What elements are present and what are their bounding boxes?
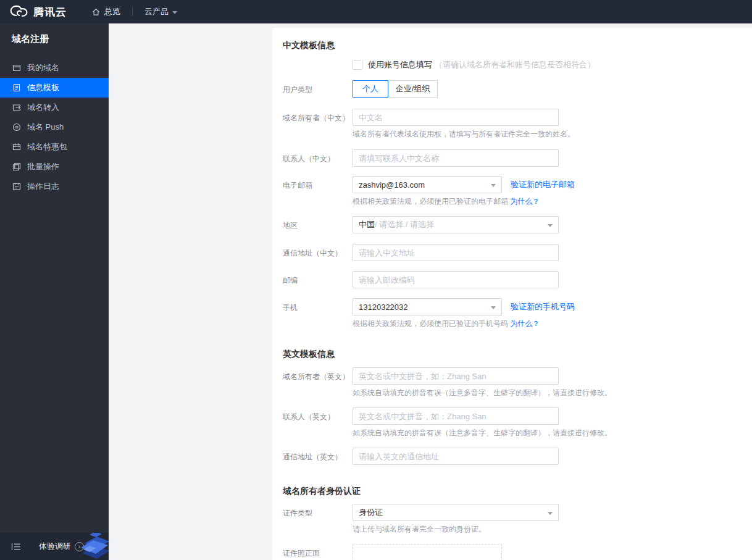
address-cn-label: 通信地址（中文）	[283, 244, 353, 261]
home-icon	[91, 7, 101, 17]
window-icon	[12, 64, 21, 72]
chevron-down-icon	[548, 224, 553, 227]
cert-type-help: 请上传与域名所有者完全一致的身份证。	[353, 525, 740, 533]
log-icon	[12, 182, 21, 191]
email-row: 电子邮箱 zashvip@163.com 验证新的电子邮箱 根据相关政策法规，必…	[283, 176, 740, 206]
verify-new-phone-link[interactable]: 验证新的手机号码	[511, 301, 575, 312]
nav-item-cloud-products[interactable]: 云产品	[144, 6, 177, 17]
region-label: 地区	[283, 216, 353, 233]
owner-cn-row: 域名所有者（中文） 域名所有者代表域名使用权，请填写与所有者证件完全一致的姓名。	[283, 109, 740, 138]
top-navbar: 腾讯云 总览 云产品	[0, 0, 752, 23]
brand-name: 腾讯云	[33, 5, 67, 19]
phone-why-link[interactable]: 为什么？	[510, 319, 540, 328]
cert-type-row: 证件类型 身份证 请上传与域名所有者完全一致的身份证。	[283, 504, 740, 533]
use-account-hint: （请确认域名所有者和账号信息是否相符合）	[435, 59, 595, 70]
address-cn-row: 通信地址（中文）	[283, 244, 740, 261]
push-icon	[12, 123, 21, 132]
sidebar-item-domain-transfer-in[interactable]: 域名转入	[0, 98, 109, 117]
survey-link[interactable]: 体验调研 ›	[39, 541, 84, 552]
sidebar-item-domain-push[interactable]: 域名 Push	[0, 117, 109, 137]
section-heading-en: 英文模板信息	[283, 349, 740, 358]
zip-row: 邮编	[283, 271, 740, 288]
sidebar-title: 域名注册	[0, 23, 109, 44]
nav-separator	[132, 7, 133, 16]
chevron-down-icon	[491, 306, 496, 309]
owner-cn-input[interactable]	[353, 109, 559, 126]
contact-cn-row: 联系人（中文）	[283, 149, 740, 167]
cert-front-row: 证件照正面	[283, 544, 740, 560]
batch-icon	[12, 162, 21, 171]
contact-en-label: 联系人（英文）	[283, 407, 353, 437]
chevron-down-icon	[548, 512, 553, 515]
use-account-row: 使用账号信息填写 （请确认域名所有者和账号信息是否相符合）	[283, 59, 740, 70]
use-account-checkbox[interactable]	[353, 60, 362, 70]
section-heading-auth: 域名所有者身份认证	[283, 487, 740, 495]
phone-select[interactable]: 13120322032	[353, 298, 502, 316]
verify-new-email-link[interactable]: 验证新的电子邮箱	[511, 179, 575, 190]
phone-label: 手机	[283, 298, 353, 328]
sidebar-item-info-template[interactable]: 信息模板	[0, 78, 109, 98]
nav-item-overview[interactable]: 总览	[91, 6, 120, 17]
user-type-toggle: 个人 企业/组织	[353, 80, 740, 98]
sidebar-item-my-domains[interactable]: 我的域名	[0, 58, 109, 78]
contact-en-input[interactable]	[353, 407, 559, 425]
section-heading-cn: 中文模板信息	[283, 41, 740, 49]
address-en-input[interactable]	[353, 448, 559, 465]
phone-row: 手机 13120322032 验证新的手机号码 根据相关政策法规，必须使用已验证…	[283, 298, 740, 328]
transfer-icon	[12, 103, 21, 112]
owner-cn-label: 域名所有者（中文）	[283, 109, 353, 138]
owner-en-input[interactable]	[353, 367, 559, 385]
use-account-label: 使用账号信息填写	[368, 59, 432, 70]
email-help: 根据相关政策法规，必须使用已验证的电子邮箱 为什么？	[353, 197, 740, 206]
sidebar-item-domain-package[interactable]: 域名特惠包	[0, 137, 109, 157]
email-why-link[interactable]: 为什么？	[510, 197, 540, 206]
user-type-row: 用户类型 个人 企业/组织	[283, 80, 740, 98]
sidebar-menu: 我的域名 信息模板 域名转入 域名 Push 域名特惠包	[0, 58, 109, 196]
cert-type-select[interactable]: 身份证	[353, 504, 559, 521]
address-cn-input[interactable]	[353, 244, 559, 261]
tencent-cloud-logo-icon	[8, 4, 29, 19]
chevron-down-icon	[172, 11, 177, 14]
contact-cn-label: 联系人（中文）	[283, 149, 353, 167]
contact-cn-input[interactable]	[353, 149, 559, 167]
chevron-right-circle-icon: ›	[75, 542, 84, 551]
region-select[interactable]: 中国 / 请选择 / 请选择	[353, 216, 559, 233]
sidebar: 域名注册 我的域名 信息模板 域名转入 域名 Push	[0, 23, 109, 560]
zip-input[interactable]	[353, 271, 559, 288]
tencent-cloud-brand[interactable]: 腾讯云	[0, 4, 67, 19]
document-icon	[12, 83, 21, 92]
address-en-row: 通信地址（英文）	[283, 448, 740, 465]
email-select[interactable]: zashvip@163.com	[353, 176, 502, 193]
template-form-panel: 中文模板信息 使用账号信息填写 （请确认域名所有者和账号信息是否相符合） 用户类…	[272, 28, 752, 560]
sidebar-item-batch-operations[interactable]: 批量操作	[0, 157, 109, 177]
cert-front-upload-box[interactable]	[353, 544, 502, 560]
owner-en-label: 域名所有者（英文）	[283, 367, 353, 397]
address-en-label: 通信地址（英文）	[283, 448, 353, 465]
user-type-personal-button[interactable]: 个人	[353, 80, 388, 98]
contact-en-row: 联系人（英文） 如系统自动填充的拼音有误（注意多音字、生僻字的翻译），请直接进行…	[283, 407, 740, 437]
chevron-down-icon	[491, 184, 496, 187]
owner-en-help: 如系统自动填充的拼音有误（注意多音字、生僻字的翻译），请直接进行修改。	[353, 388, 740, 397]
cert-type-label: 证件类型	[283, 504, 353, 533]
phone-help: 根据相关政策法规，必须使用已验证的手机号码 为什么？	[353, 319, 740, 328]
owner-en-row: 域名所有者（英文） 如系统自动填充的拼音有误（注意多音字、生僻字的翻译），请直接…	[283, 367, 740, 397]
contact-en-help: 如系统自动填充的拼音有误（注意多音字、生僻字的翻译），请直接进行修改。	[353, 428, 740, 437]
sidebar-footer: 体验调研 ›	[0, 533, 109, 560]
package-icon	[12, 143, 21, 151]
zip-label: 邮编	[283, 271, 353, 288]
cert-front-label: 证件照正面	[283, 544, 353, 560]
collapse-sidebar-icon[interactable]	[11, 543, 22, 551]
sidebar-item-operation-logs[interactable]: 操作日志	[0, 177, 109, 196]
user-type-label: 用户类型	[283, 80, 353, 98]
region-row: 地区 中国 / 请选择 / 请选择	[283, 216, 740, 233]
email-label: 电子邮箱	[283, 176, 353, 206]
owner-cn-help: 域名所有者代表域名使用权，请填写与所有者证件完全一致的姓名。	[353, 130, 740, 138]
user-type-org-button[interactable]: 企业/组织	[388, 80, 438, 98]
